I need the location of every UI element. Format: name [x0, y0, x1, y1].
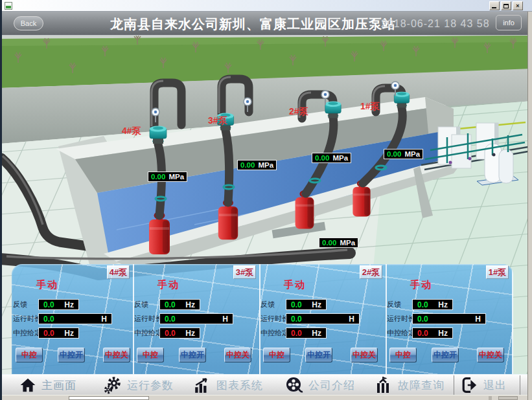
pump-panel-1: 1#泵 手动 反馈 0.0Hz 运行时长 0.0H 中控给定 0.0Hz 中控 …: [386, 264, 512, 374]
minimize-icon: [492, 7, 496, 8]
setpoint-display: 0.0Hz: [159, 328, 200, 339]
app-icon: [5, 2, 12, 10]
central-control-off-button[interactable]: 中控关: [224, 348, 251, 362]
bottom-widget: [489, 396, 492, 400]
minimize-button[interactable]: [489, 1, 500, 10]
mode-indicator: 手动: [410, 279, 432, 291]
title-bar: ×: [0, 0, 532, 12]
nav-label: 图表系统: [216, 378, 263, 393]
fault-query-icon: [375, 376, 393, 394]
setpoint-label: 中控给定: [260, 328, 286, 338]
feedback-display: 0.0Hz: [286, 299, 327, 310]
timestamp: 2018-06-21 18 43 58: [381, 18, 490, 30]
nav-divider: [520, 375, 520, 395]
central-control-off-button[interactable]: 中控关: [103, 348, 130, 362]
scene-label-pump4: 4#泵: [122, 126, 141, 137]
runtime-display: 0.0H: [38, 313, 112, 324]
close-button[interactable]: ×: [513, 1, 523, 10]
bottom-status-strip: [0, 395, 532, 400]
central-control-button[interactable]: 中控: [263, 348, 290, 362]
feedback-label: 反馈: [387, 300, 412, 309]
nav-item-run-params[interactable]: 运行参数: [104, 376, 174, 394]
page-title: 龙南县自来水公司新圳、富康工业园区加压泵站: [110, 16, 382, 33]
nav-item-company-intro[interactable]: 公司介绍: [285, 376, 355, 394]
pump-tag: 4#泵: [107, 265, 130, 279]
nav-divider: [454, 375, 454, 395]
nav-label: 运行参数: [127, 378, 174, 393]
mode-indicator: 手动: [284, 279, 306, 291]
info-button[interactable]: info: [496, 15, 522, 30]
film-reel-icon: [285, 376, 303, 394]
back-button[interactable]: Back: [14, 16, 43, 30]
central-control-off-button[interactable]: 中控关: [351, 348, 378, 362]
window-border-left: [0, 0, 2, 400]
runtime-label: 运行时长: [260, 314, 286, 324]
home-icon: [19, 377, 36, 394]
pump-panel-3: 3#泵 手动 反馈 0.0Hz 运行时长 0.0H 中控给定 0.0Hz 中控 …: [133, 264, 259, 374]
central-control-button[interactable]: 中控: [389, 348, 417, 362]
central-control-on-button[interactable]: 中控开: [179, 348, 206, 362]
maximize-button[interactable]: [501, 1, 511, 10]
setpoint-display: 0.0Hz: [286, 328, 327, 339]
setpoint-display: 0.0Hz: [412, 328, 453, 339]
gear-icon: [104, 376, 122, 394]
central-control-button[interactable]: 中控: [137, 348, 164, 362]
pressure-display-pump4: 0.00MPa: [148, 172, 187, 182]
central-control-on-button[interactable]: 中控开: [58, 348, 85, 362]
bottom-input-box[interactable]: [69, 396, 149, 400]
pressure-unit: MPa: [340, 239, 355, 247]
feedback-display: 0.0Hz: [159, 299, 200, 310]
pressure-value: 0.00: [315, 154, 329, 162]
feedback-display: 0.0Hz: [412, 299, 453, 310]
feedback-label: 反馈: [260, 300, 286, 309]
pressure-unit: MPa: [258, 161, 273, 169]
scene-label-pump3: 3#泵: [208, 115, 227, 127]
pressure-value: 0.00: [322, 239, 336, 247]
runtime-label: 运行时长: [13, 314, 38, 324]
nav-label: 主画面: [41, 378, 76, 393]
chart-icon: [193, 377, 211, 394]
nav-item-main-screen[interactable]: 主画面: [19, 376, 76, 394]
feedback-label: 反馈: [13, 300, 38, 309]
scene-label-pump1: 1#泵: [360, 101, 380, 113]
pressure-display-outlet: 0.00MPa: [319, 238, 358, 248]
pressure-value: 0.00: [387, 150, 401, 158]
feedback-display: 0.0Hz: [38, 299, 79, 310]
bottom-widget: [498, 396, 518, 400]
pressure-value: 0.00: [151, 173, 165, 181]
nav-label: 故障查询: [398, 378, 445, 393]
pump-panel-4: 4#泵 手动 反馈 0.0Hz 运行时长 0.0H 中控给定 0.0Hz 中控 …: [12, 264, 133, 374]
window-border-right: [527, 12, 532, 400]
setpoint-label: 中控给定: [13, 328, 38, 338]
nav-item-chart-system[interactable]: 图表系统: [193, 376, 263, 394]
pressure-unit: MPa: [404, 150, 420, 158]
pressure-value: 0.00: [240, 161, 255, 169]
central-control-off-button[interactable]: 中控关: [477, 348, 504, 362]
setpoint-display: 0.0Hz: [38, 328, 79, 339]
runtime-display: 0.0H: [159, 313, 233, 324]
setpoint-label: 中控给定: [387, 328, 412, 338]
runtime-display: 0.0H: [286, 313, 360, 324]
nav-item-fault-query[interactable]: 故障查询: [375, 376, 445, 394]
pressure-display-pump2: 0.00MPa: [312, 153, 351, 163]
pressure-unit: MPa: [332, 154, 348, 162]
panel-divider: [512, 264, 513, 374]
central-control-on-button[interactable]: 中控开: [432, 348, 459, 362]
pressure-display-pump3: 0.00MPa: [237, 160, 277, 170]
runtime-label: 运行时长: [387, 314, 412, 324]
central-control-button[interactable]: 中控: [16, 348, 43, 362]
nav-label: 公司介绍: [308, 378, 355, 393]
maximize-icon: [503, 4, 509, 8]
scene-label-pump2: 2#泵: [289, 106, 308, 118]
pump-tag: 1#泵: [486, 265, 509, 279]
runtime-label: 运行时长: [134, 314, 159, 324]
nav-item-exit[interactable]: 退出: [461, 376, 507, 394]
pump-tag: 2#泵: [360, 265, 382, 279]
runtime-display: 0.0H: [412, 313, 486, 324]
header-bar: Back 龙南县自来水公司新圳、富康工业园区加压泵站 2018-06-21 18…: [0, 12, 532, 36]
central-control-on-button[interactable]: 中控开: [305, 348, 332, 362]
nav-label: 退出: [483, 378, 507, 393]
nav-bar: 主画面 运行参数 图表系统: [0, 374, 532, 395]
setpoint-label: 中控给定: [134, 328, 159, 338]
scene-3d: 4#泵 3#泵 2#泵 1#泵 0.00MPa 0.00MPa 0.00MPa …: [0, 36, 532, 374]
